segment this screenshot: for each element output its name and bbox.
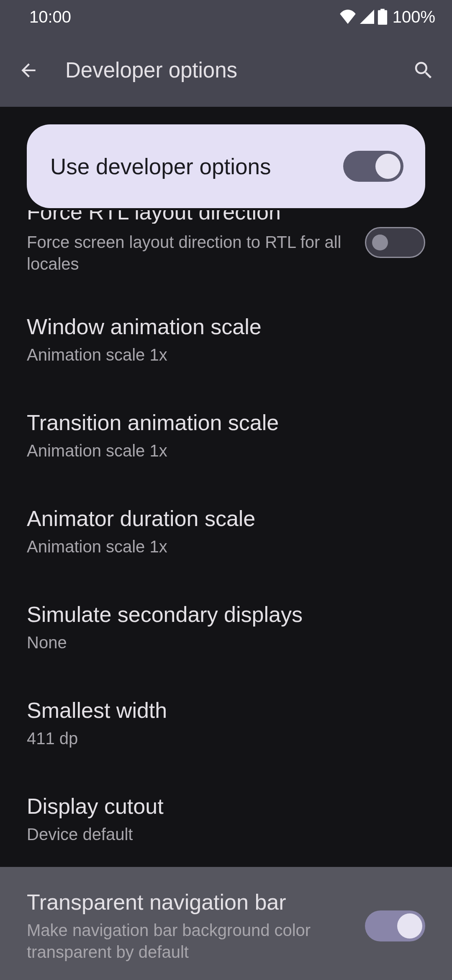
setting-subtitle: 411 dp [27,727,425,749]
setting-subtitle: Animation scale 1x [27,536,425,557]
transparent-nav-toggle[interactable] [365,910,425,941]
setting-smallest-width[interactable]: Smallest width 411 dp [0,675,452,771]
master-toggle-card[interactable]: Use developer options [27,124,425,208]
setting-title: Animator duration scale [27,505,425,532]
toggle-thumb [375,154,401,179]
setting-title: Window animation scale [27,313,425,340]
cellular-icon [360,10,374,24]
wifi-icon [339,10,357,24]
status-time: 10:00 [29,8,71,26]
toggle-thumb [397,913,422,939]
setting-subtitle: Animation scale 1x [27,440,425,462]
setting-display-cutout[interactable]: Display cutout Device default [0,771,452,867]
master-toggle-switch[interactable] [343,151,403,182]
setting-title: Smallest width [27,697,425,724]
back-button[interactable] [17,59,40,82]
setting-subtitle: Make navigation bar background color tra… [27,919,348,963]
setting-subtitle: Device default [27,823,425,845]
battery-icon [378,9,388,25]
status-bar: 10:00 100% [0,0,452,34]
app-bar: Developer options [0,34,452,107]
setting-subtitle: None [27,632,425,653]
toggle-thumb [372,235,388,250]
setting-animator-duration-scale[interactable]: Animator duration scale Animation scale … [0,483,452,579]
settings-list[interactable]: Force RTL layout direction Force screen … [0,210,452,980]
force-rtl-toggle[interactable] [365,227,425,258]
setting-title: Force RTL layout direction [27,210,348,224]
setting-transition-animation-scale[interactable]: Transition animation scale Animation sca… [0,387,452,483]
setting-title: Transition animation scale [27,409,425,436]
search-button[interactable] [412,59,435,82]
page-title: Developer options [65,58,387,83]
setting-transparent-navigation-bar[interactable]: Transparent navigation bar Make navigati… [0,867,452,980]
setting-window-animation-scale[interactable]: Window animation scale Animation scale 1… [0,291,452,387]
setting-force-rtl[interactable]: Force RTL layout direction Force screen … [0,210,452,291]
status-icons: 100% [339,8,435,26]
setting-title: Display cutout [27,793,425,820]
setting-title: Transparent navigation bar [27,889,348,916]
setting-subtitle: Force screen layout direction to RTL for… [27,231,348,275]
content-area: Use developer options Force RTL layout d… [0,124,452,980]
navigation-bar [0,977,452,980]
master-toggle-label: Use developer options [50,154,271,179]
setting-simulate-secondary-displays[interactable]: Simulate secondary displays None [0,579,452,675]
battery-percentage: 100% [393,8,435,26]
setting-subtitle: Animation scale 1x [27,344,425,366]
setting-title: Simulate secondary displays [27,601,425,628]
